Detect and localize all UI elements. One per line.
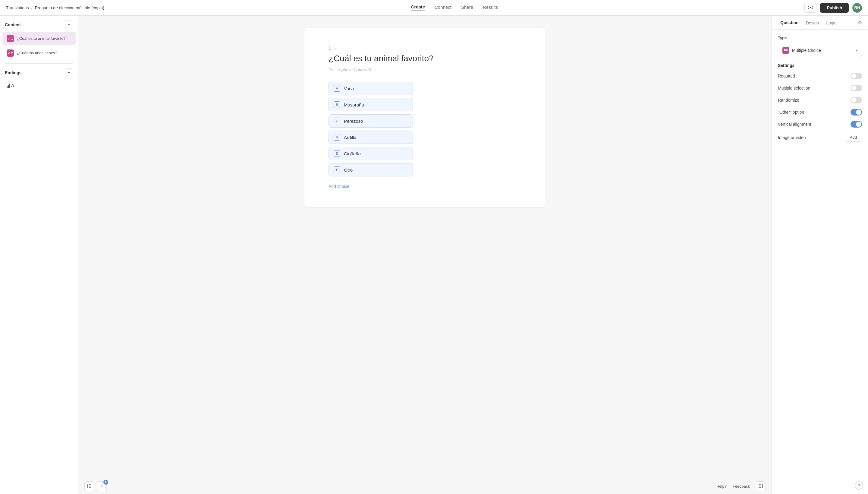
question-title: ¿Cuál es tu animal favorito? — [329, 54, 521, 63]
content-section-header: Content + — [0, 16, 78, 31]
other-option-toggle[interactable] — [850, 109, 862, 115]
required-toggle[interactable] — [850, 73, 862, 79]
tab-design[interactable]: Design — [802, 16, 823, 29]
page-title: Pregunta de elección múltiple (copia) — [35, 5, 104, 10]
tab-share[interactable]: Share — [461, 4, 473, 11]
svg-rect-12 — [758, 484, 761, 485]
right-panel: Question Design Logic ⚙ Type Multiple Ch… — [772, 16, 868, 494]
choice-key-b: B — [334, 101, 340, 108]
multiple-selection-toggle[interactable] — [850, 85, 862, 91]
breadcrumb-parent[interactable]: Translations — [6, 5, 29, 10]
type-selector-left: Multiple Choice — [783, 47, 821, 54]
svg-rect-6 — [87, 484, 88, 488]
setting-vertical-alignment: Vertical alignment — [778, 121, 862, 128]
setting-randomize: Randomize — [778, 97, 862, 103]
choice-key-f: F — [334, 167, 340, 173]
bottom-right: Help? Feedback — [716, 481, 766, 491]
setting-multiple-label: Multiple selection — [778, 86, 810, 91]
add-choice-button[interactable]: Add choice — [329, 184, 349, 189]
tab-create[interactable]: Create — [411, 4, 425, 11]
setting-other-label: "Other" option — [778, 110, 804, 115]
choice-item-a[interactable]: A Vaca — [329, 82, 413, 95]
choice-text-c: Perezoso — [344, 118, 363, 124]
sidebar-toggle-button[interactable] — [84, 481, 94, 491]
choice-item-f[interactable]: F Otro — [329, 163, 413, 176]
bottom-left: 8 — [84, 481, 107, 491]
feedback-link[interactable]: Feedback — [733, 484, 750, 489]
add-media-button[interactable]: Add — [845, 133, 862, 142]
type-name: Multiple Choice — [792, 48, 821, 53]
nav-tabs: Create Connect Share Results — [411, 4, 498, 11]
letter-a-icon: A — [11, 83, 14, 88]
type-section: Type Multiple Choice ▾ — [772, 30, 868, 57]
sidebar-divider — [5, 63, 73, 64]
vertical-alignment-toggle[interactable] — [850, 121, 862, 128]
chevron-down-icon: ▾ — [856, 48, 857, 53]
accessibility-button[interactable]: 8 — [97, 481, 107, 491]
choice-key-e: E — [334, 150, 340, 157]
publish-button[interactable]: Publish — [820, 3, 849, 13]
tab-connect[interactable]: Connect — [435, 4, 452, 11]
svg-point-10 — [102, 484, 102, 485]
type-selector[interactable]: Multiple Choice ▾ — [778, 44, 862, 57]
setting-randomize-label: Randomize — [778, 98, 799, 102]
question-text-2: ¿Cuántos años tienes? — [17, 51, 57, 56]
add-question-button[interactable]: + — [65, 20, 73, 29]
question-number-badge-1: ✓ 1 — [7, 35, 14, 42]
add-ending-button[interactable]: + — [65, 69, 73, 77]
question-item-2[interactable]: ✓ 2 ¿Cuántos años tienes? — [2, 46, 76, 60]
preview-button[interactable] — [804, 3, 816, 13]
svg-rect-8 — [89, 486, 91, 487]
tab-results[interactable]: Results — [483, 4, 498, 11]
svg-rect-4 — [785, 49, 788, 50]
settings-gear-icon[interactable]: ⚙ — [856, 16, 863, 29]
question-description[interactable]: Description (optional) — [329, 67, 521, 72]
choice-item-c[interactable]: C Perezoso — [329, 114, 413, 128]
panel-toggle-button[interactable] — [756, 481, 766, 491]
help-link[interactable]: Help? — [716, 484, 727, 489]
breadcrumb: Translations / Pregunta de elección múlt… — [6, 5, 104, 10]
setting-required-label: Required — [778, 74, 795, 78]
ending-icon: A — [7, 83, 14, 88]
ending-item[interactable]: A — [2, 80, 76, 91]
settings-title: Settings — [778, 63, 862, 68]
svg-rect-5 — [785, 50, 788, 51]
choice-key-d: D — [334, 134, 340, 140]
choice-text-e: Cigüeña — [344, 151, 361, 156]
svg-rect-13 — [758, 486, 761, 487]
svg-rect-14 — [758, 487, 761, 488]
nav-right: Publish RH — [804, 3, 862, 13]
main-content: 1 → ¿Cuál es tu animal favorito? Descrip… — [78, 16, 772, 494]
choice-text-f: Otro — [344, 167, 353, 172]
tab-question[interactable]: Question — [777, 16, 802, 29]
type-label: Type — [778, 36, 862, 40]
setting-required: Required — [778, 73, 862, 79]
choice-key-c: C — [334, 118, 340, 124]
tab-logic[interactable]: Logic — [823, 16, 840, 29]
choice-item-d[interactable]: D Ardilla — [329, 131, 413, 144]
app-body: Content + ✓ 1 ¿Cuál es tu animal favorit… — [0, 16, 868, 494]
left-sidebar: Content + ✓ 1 ¿Cuál es tu animal favorit… — [0, 16, 78, 494]
bottom-bar: 8 Help? Feedback — [78, 478, 772, 494]
help-button[interactable]: ? — [855, 481, 863, 490]
accessibility-badge: 8 — [103, 480, 108, 484]
choice-item-b[interactable]: B Musaraña — [329, 98, 413, 111]
svg-rect-9 — [89, 487, 91, 488]
avatar[interactable]: RH — [852, 3, 862, 13]
svg-rect-11 — [762, 484, 763, 488]
image-or-video-row: Image or video Add — [778, 133, 862, 142]
bar-chart-icon — [7, 83, 10, 88]
svg-rect-7 — [89, 484, 91, 485]
choice-key-a: A — [334, 85, 340, 92]
image-or-video-label: Image or video — [778, 135, 806, 140]
choice-text-a: Vaca — [344, 86, 354, 91]
choice-item-e[interactable]: E Cigüeña — [329, 147, 413, 160]
svg-point-3 — [784, 50, 785, 51]
breadcrumb-sep: / — [31, 5, 33, 10]
endings-section-header: Endings + — [0, 66, 78, 79]
content-title: Content — [5, 22, 21, 27]
setting-vertical-label: Vertical alignment — [778, 122, 811, 127]
randomize-toggle[interactable] — [850, 97, 862, 103]
question-item-1[interactable]: ✓ 1 ¿Cuál es tu animal favorito? — [2, 32, 76, 45]
question-number-row: 1 → — [329, 46, 521, 51]
